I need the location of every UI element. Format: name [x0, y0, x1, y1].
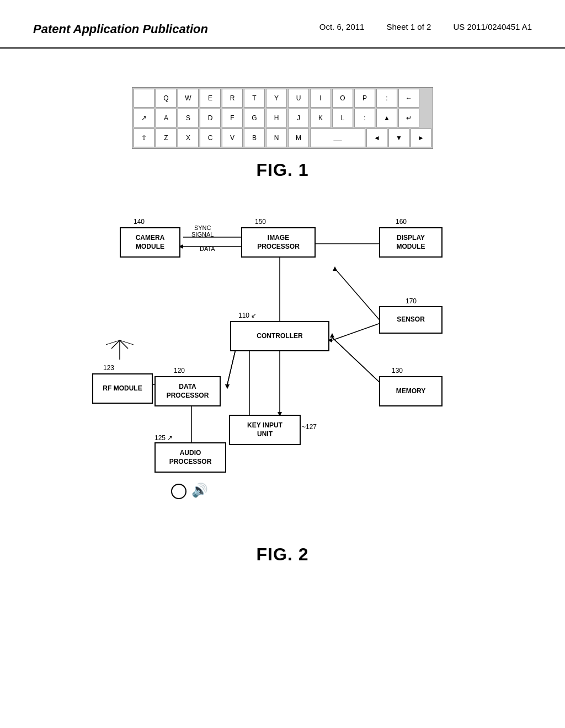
- svg-line-16: [332, 338, 382, 384]
- image-processor-label: IMAGEPROCESSOR: [257, 234, 300, 251]
- fig2-label: FIG. 2: [257, 544, 309, 565]
- memory-label: MEMORY: [396, 387, 426, 396]
- data-processor-block: DATAPROCESSOR: [154, 376, 221, 406]
- key-s[interactable]: S: [178, 109, 199, 127]
- svg-line-18: [332, 351, 382, 384]
- key-p[interactable]: P: [354, 89, 375, 108]
- key-down[interactable]: ▼: [388, 129, 409, 147]
- data-label: DATA: [200, 245, 215, 252]
- svg-line-25: [120, 340, 128, 349]
- rf-module-label: RF MODULE: [103, 384, 142, 393]
- audio-processor-id: 125 ↗: [154, 434, 173, 442]
- patent-number: US 2011/0240451 A1: [453, 22, 532, 31]
- key-colon2[interactable]: :: [354, 109, 375, 127]
- data-processor-id: 120: [174, 367, 185, 374]
- camera-module-block: CAMERAMODULE: [120, 227, 180, 258]
- key-k[interactable]: K: [310, 109, 331, 127]
- svg-line-28: [332, 338, 382, 384]
- key-q[interactable]: Q: [156, 89, 177, 108]
- sensor-block: SENSOR: [379, 306, 443, 334]
- publication-title: Patent Application Publication: [33, 22, 208, 36]
- svg-marker-35: [225, 384, 230, 389]
- display-module-id: 160: [396, 218, 407, 226]
- display-module-label: DISPLAYMODULE: [397, 234, 425, 251]
- key-l[interactable]: L: [332, 109, 353, 127]
- keyboard-row-2: ↗ A S D F G H J K L : ▲ ↵: [134, 109, 431, 127]
- svg-line-27: [120, 340, 134, 345]
- key-shift[interactable]: ⇧: [134, 129, 154, 147]
- svg-marker-9: [333, 266, 337, 271]
- fig1-container: Q W E R T Y U I O P : ← ↗ A S D F G: [33, 87, 532, 180]
- svg-line-10: [332, 323, 382, 340]
- key-arrow-up-right[interactable]: ↗: [134, 109, 154, 127]
- data-processor-label: DATAPROCESSOR: [167, 383, 209, 400]
- camera-module-label: CAMERAMODULE: [136, 234, 165, 251]
- svg-line-24: [111, 340, 120, 349]
- key-triangle-up[interactable]: ▲: [376, 109, 397, 127]
- key-input-unit-label: KEY INPUTUNIT: [247, 421, 282, 438]
- key-u[interactable]: U: [288, 89, 309, 108]
- key-input-unit-id: ~127: [302, 423, 317, 431]
- key-v[interactable]: V: [222, 129, 243, 147]
- key-z[interactable]: Z: [156, 129, 177, 147]
- key-enter[interactable]: ↵: [398, 109, 419, 127]
- key-x[interactable]: X: [178, 129, 199, 147]
- keyboard-row-1: Q W E R T Y U I O P : ←: [134, 89, 431, 108]
- key-h[interactable]: H: [266, 109, 287, 127]
- block-diagram: CAMERAMODULE 140 IMAGEPROCESSOR 150 SYNC…: [89, 213, 476, 533]
- svg-line-8: [335, 269, 382, 323]
- key-b[interactable]: B: [244, 129, 265, 147]
- key-space[interactable]: ___: [310, 129, 365, 147]
- key-t[interactable]: T: [244, 89, 265, 108]
- svg-marker-29: [330, 333, 334, 338]
- svg-line-26: [106, 340, 120, 345]
- key-a[interactable]: A: [156, 109, 177, 127]
- key-i[interactable]: I: [310, 89, 331, 108]
- fig2-container: CAMERAMODULE 140 IMAGEPROCESSOR 150 SYNC…: [33, 213, 532, 565]
- svg-marker-13: [225, 384, 230, 389]
- key-d[interactable]: D: [200, 109, 221, 127]
- camera-module-id: 140: [134, 218, 145, 226]
- controller-label: CONTROLLER: [257, 332, 302, 341]
- image-processor-id: 150: [255, 218, 266, 226]
- keyboard-row-3: ⇧ Z X C V B N M ___ ◄ ▼ ►: [134, 129, 431, 147]
- header-metadata: Oct. 6, 2011 Sheet 1 of 2 US 2011/024045…: [319, 22, 532, 31]
- key-m[interactable]: M: [288, 129, 309, 147]
- key-j[interactable]: J: [288, 109, 309, 127]
- key-blank[interactable]: [134, 89, 154, 108]
- keyboard-diagram: Q W E R T Y U I O P : ← ↗ A S D F G: [132, 87, 433, 149]
- main-content: Q W E R T Y U I O P : ← ↗ A S D F G: [0, 49, 565, 598]
- key-e[interactable]: E: [200, 89, 221, 108]
- key-right[interactable]: ►: [411, 129, 431, 147]
- key-input-unit-block: KEY INPUTUNIT: [229, 415, 301, 445]
- key-g[interactable]: G: [244, 109, 265, 127]
- display-module-block: DISPLAYMODULE: [379, 227, 443, 258]
- key-colon1[interactable]: :: [376, 89, 397, 108]
- memory-block: MEMORY: [379, 376, 443, 406]
- key-f[interactable]: F: [222, 109, 243, 127]
- key-w[interactable]: W: [178, 89, 199, 108]
- sheet-info: Sheet 1 of 2: [386, 22, 431, 31]
- fig1-label: FIG. 1: [257, 160, 309, 180]
- key-backspace[interactable]: ←: [398, 89, 419, 108]
- page-header: Patent Application Publication Oct. 6, 2…: [0, 0, 565, 49]
- controller-id: 110 ↙: [238, 312, 257, 319]
- audio-processor-block: AUDIOPROCESSOR: [154, 442, 226, 473]
- key-n[interactable]: N: [266, 129, 287, 147]
- rf-module-block: RF MODULE: [92, 373, 153, 404]
- key-left[interactable]: ◄: [366, 129, 387, 147]
- sensor-id: 170: [406, 297, 417, 305]
- audio-processor-label: AUDIOPROCESSOR: [169, 449, 212, 466]
- image-processor-block: IMAGEPROCESSOR: [241, 227, 316, 258]
- key-o[interactable]: O: [332, 89, 353, 108]
- audio-symbol: 🔊: [191, 483, 208, 498]
- key-y[interactable]: Y: [266, 89, 287, 108]
- controller-block: CONTROLLER: [230, 321, 329, 351]
- rf-module-id: 123: [103, 364, 114, 372]
- key-r[interactable]: R: [222, 89, 243, 108]
- sensor-label: SENSOR: [397, 315, 425, 324]
- sync-signal-label: SYNCSIGNAL: [191, 224, 214, 238]
- publication-date: Oct. 6, 2011: [319, 22, 365, 31]
- key-c[interactable]: C: [200, 129, 221, 147]
- memory-id: 130: [392, 367, 403, 374]
